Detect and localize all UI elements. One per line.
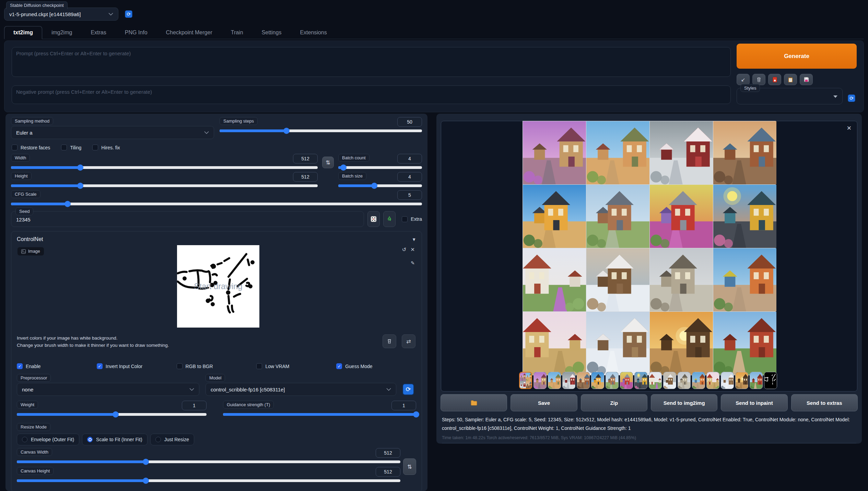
sampling-steps-slider[interactable]	[220, 128, 422, 134]
generated-image[interactable]	[586, 185, 649, 248]
random-seed-button[interactable]	[367, 211, 380, 227]
cfg-scale-slider[interactable]	[11, 201, 422, 207]
generated-image[interactable]	[713, 312, 776, 375]
tab-extensions[interactable]: Extensions	[291, 26, 336, 39]
checkpoint-refresh-button[interactable]: ⟳	[125, 10, 132, 18]
weight-slider[interactable]	[17, 411, 207, 418]
cfg-scale-input[interactable]: 5	[397, 190, 422, 200]
width-slider[interactable]	[11, 164, 318, 171]
radio-envelope-outer-fit-[interactable]: Envelope (Outer Fit)	[17, 434, 79, 445]
save-button[interactable]: Save	[511, 394, 577, 411]
thumbnail-image[interactable]	[606, 372, 619, 389]
styles-dropdown[interactable]: Styles	[737, 88, 843, 104]
checkbox-rgb-to-bgr[interactable]: RGB to BGR	[177, 363, 257, 369]
generated-image[interactable]	[713, 185, 776, 248]
thumbnail-image[interactable]	[692, 372, 705, 389]
trash-button[interactable]	[752, 74, 765, 85]
send-to-extras-button[interactable]: Send to extras	[791, 394, 858, 411]
controlnet-image-tab[interactable]: Image	[17, 247, 44, 255]
height-slider[interactable]	[11, 183, 318, 189]
card-button[interactable]	[768, 74, 781, 85]
canvas-height-input[interactable]: 512	[376, 467, 400, 477]
clear-canvas-icon[interactable]: ✕	[410, 247, 415, 253]
thumbnail-image[interactable]	[634, 372, 647, 389]
batch-size-slider[interactable]	[338, 183, 422, 189]
seed-extra-checkbox[interactable]: Extra	[402, 211, 422, 227]
prompt-input[interactable]	[12, 47, 731, 77]
tab-train[interactable]: Train	[222, 26, 253, 39]
generated-image[interactable]	[650, 248, 713, 311]
reuse-seed-button[interactable]	[383, 211, 396, 227]
guidance-strength-input[interactable]: 1	[391, 401, 416, 410]
generated-image[interactable]	[650, 185, 713, 248]
tab-img2img[interactable]: img2img	[42, 26, 81, 39]
thumbnail-image[interactable]	[548, 372, 561, 389]
generated-image[interactable]	[713, 248, 776, 311]
model-refresh-button[interactable]: ⟳	[402, 384, 414, 395]
generated-image[interactable]	[523, 121, 586, 184]
tab-txt2img[interactable]: txt2img	[4, 26, 42, 39]
clipboard-button[interactable]	[784, 74, 797, 85]
sampling-steps-input[interactable]: 50	[397, 117, 422, 127]
thumbnail-image[interactable]	[678, 372, 691, 389]
weight-input[interactable]: 1	[182, 401, 207, 410]
thumbnail-scribble[interactable]	[764, 372, 777, 389]
thumbnail-image[interactable]	[735, 372, 748, 389]
brush-icon[interactable]: ✎	[411, 260, 415, 266]
thumbnail-image[interactable]	[721, 372, 734, 389]
thumbnail-image[interactable]	[577, 372, 590, 389]
new-canvas-button[interactable]	[383, 334, 396, 348]
checkbox-guess-mode[interactable]: ✓Guess Mode	[336, 363, 416, 369]
thumbnail-image[interactable]	[562, 372, 575, 389]
zip-button[interactable]: Zip	[581, 394, 647, 411]
close-gallery-icon[interactable]: ✕	[847, 125, 852, 132]
checkbox-tiling[interactable]: Tiling	[61, 145, 81, 150]
batch-count-input[interactable]: 4	[397, 154, 422, 163]
generated-image[interactable]	[523, 185, 586, 248]
swap-canvas-dimensions-button[interactable]: ⇅	[403, 458, 416, 475]
generated-image[interactable]	[586, 312, 649, 375]
negative-prompt-input[interactable]	[12, 85, 731, 104]
generated-image[interactable]	[713, 121, 776, 184]
canvas-width-input[interactable]: 512	[376, 448, 400, 458]
swap-camera-button[interactable]: ⇄	[402, 334, 415, 348]
batch-count-slider[interactable]	[338, 164, 422, 171]
thumbnail-image[interactable]	[750, 372, 763, 389]
width-input[interactable]: 512	[293, 154, 318, 163]
thumbnail-image[interactable]	[663, 372, 676, 389]
seed-field[interactable]: Seed 12345	[11, 211, 364, 227]
open-folder-button[interactable]	[441, 394, 507, 411]
checkbox-enable[interactable]: ✓Enable	[17, 363, 97, 369]
checkbox-invert-input-color[interactable]: ✓Invert Input Color	[97, 363, 177, 369]
checkbox-hires-fix[interactable]: Hires. fix	[92, 145, 120, 150]
preprocessor-dropdown[interactable]: none	[17, 383, 199, 396]
guidance-strength-slider[interactable]	[223, 411, 416, 418]
styles-refresh-button[interactable]: ⟳	[848, 94, 855, 102]
batch-size-input[interactable]: 4	[397, 172, 422, 182]
checkbox-low-vram[interactable]: Low VRAM	[256, 363, 336, 369]
arrow-down-left-button[interactable]: ↙	[737, 74, 750, 85]
tab-checkpoint-merger[interactable]: Checkpoint Merger	[157, 26, 222, 39]
canvas-width-slider[interactable]	[17, 459, 400, 465]
scribble-canvas[interactable]: Start drawing	[177, 245, 259, 328]
radio-scale-to-fit-inner-fit-[interactable]: Scale to Fit (Inner Fit)	[82, 434, 148, 445]
swap-dimensions-button[interactable]: ⇅	[322, 157, 334, 168]
tab-settings[interactable]: Settings	[253, 26, 291, 39]
generated-image[interactable]	[650, 121, 713, 184]
generated-image[interactable]	[586, 248, 649, 311]
collapse-arrow-icon[interactable]: ▼	[412, 237, 416, 242]
radio-just-resize[interactable]: Just Resize	[150, 434, 194, 445]
undo-icon[interactable]: ↺	[402, 247, 407, 253]
canvas-height-slider[interactable]	[17, 478, 400, 484]
thumbnail-image[interactable]	[620, 372, 633, 389]
thumbnail-image[interactable]	[591, 372, 604, 389]
generated-image[interactable]	[523, 312, 586, 375]
generated-image[interactable]	[586, 121, 649, 184]
sampling-method-dropdown[interactable]: Euler a	[11, 126, 214, 139]
generated-image[interactable]	[523, 248, 586, 311]
model-dropdown[interactable]: control_scribble-fp16 [c508311e]	[206, 383, 396, 396]
checkpoint-dropdown[interactable]: v1-5-pruned.ckpt [e1441589a6]	[4, 8, 118, 21]
floppy-button[interactable]	[800, 74, 813, 85]
checkbox-restore-faces[interactable]: Restore faces	[12, 145, 50, 150]
height-input[interactable]: 512	[293, 172, 318, 182]
